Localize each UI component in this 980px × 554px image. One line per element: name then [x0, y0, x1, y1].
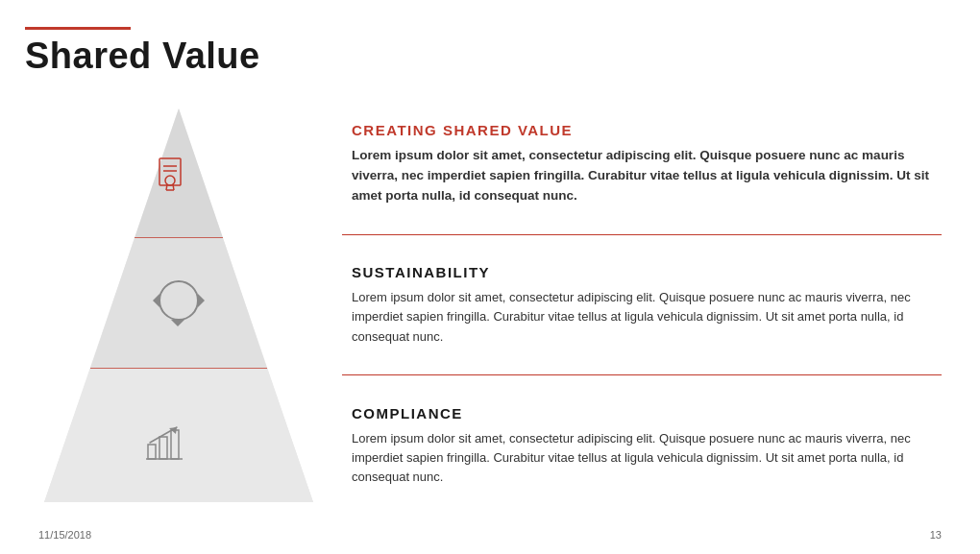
section-creating-shared-value: CREATING SHARED VALUE Lorem ipsum dolor … — [342, 94, 942, 235]
section-2-title: SUSTAINABILITY — [352, 264, 942, 280]
footer-date: 11/15/2018 — [38, 529, 91, 541]
section-1-title: CREATING SHARED VALUE — [352, 122, 942, 138]
section-compliance: COMPLIANCE Lorem ipsum dolor sit amet, c… — [342, 375, 942, 517]
svg-line-11 — [173, 184, 174, 190]
slide: Shared Value — [0, 0, 980, 554]
header-accent-line — [25, 27, 131, 30]
footer: 11/15/2018 13 — [38, 529, 942, 541]
svg-line-10 — [166, 184, 167, 190]
pyramid-svg — [35, 99, 323, 512]
svg-marker-3 — [90, 238, 267, 369]
footer-page-number: 13 — [930, 529, 942, 541]
svg-marker-1 — [135, 108, 223, 238]
slide-title: Shared Value — [25, 36, 942, 77]
section-2-text: Lorem ipsum dolor sit amet, consectetur … — [352, 288, 942, 346]
section-3-title: COMPLIANCE — [352, 405, 942, 422]
section-sustainability: SUSTAINABILITY Lorem ipsum dolor sit ame… — [342, 235, 942, 376]
section-3-text: Lorem ipsum dolor sit amet, consectetur … — [352, 429, 942, 487]
pyramid-container — [25, 94, 332, 517]
section-1-text: Lorem ipsum dolor sit amet, consectetur … — [352, 146, 942, 206]
content-area: CREATING SHARED VALUE Lorem ipsum dolor … — [25, 94, 942, 536]
sections-container: CREATING SHARED VALUE Lorem ipsum dolor … — [332, 94, 942, 517]
